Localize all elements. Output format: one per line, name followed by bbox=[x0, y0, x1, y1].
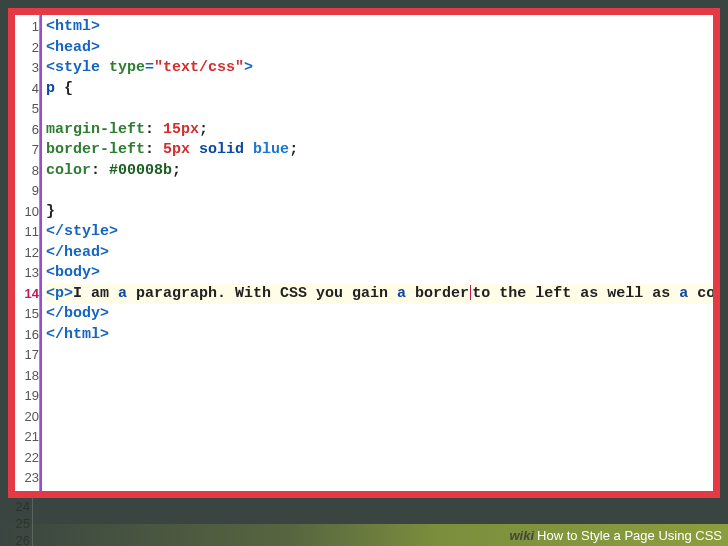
line-number: 20 bbox=[15, 407, 39, 428]
code-token: #00008b bbox=[109, 162, 172, 179]
line-number: 16 bbox=[15, 325, 39, 346]
line-number: 4 bbox=[15, 79, 39, 100]
wiki-brand: wiki bbox=[509, 528, 534, 543]
code-token: a bbox=[397, 285, 406, 302]
caption-bar: wiki How to Style a Page Using CSS bbox=[0, 524, 728, 546]
code-token: <head> bbox=[46, 39, 100, 56]
line-number: 14 bbox=[15, 284, 39, 305]
code-line[interactable] bbox=[46, 468, 713, 489]
code-token: a bbox=[118, 285, 127, 302]
code-token: <style bbox=[46, 59, 109, 76]
line-number-gutter: 1234567891011121314151617181920212223 bbox=[15, 15, 40, 491]
line-number: 17 bbox=[15, 345, 39, 366]
code-token: type bbox=[109, 59, 145, 76]
code-editor[interactable]: <html><head><style type="text/css">p { m… bbox=[40, 15, 713, 491]
code-token: a bbox=[679, 285, 688, 302]
line-number: 19 bbox=[15, 386, 39, 407]
code-token: color bbox=[46, 162, 91, 179]
line-number: 2 bbox=[15, 38, 39, 59]
code-line[interactable] bbox=[46, 99, 713, 120]
line-number: 23 bbox=[15, 468, 39, 489]
line-number: 9 bbox=[15, 181, 39, 202]
line-number: 5 bbox=[15, 99, 39, 120]
code-token: ; bbox=[172, 162, 181, 179]
code-line[interactable]: border-left: 5px solid blue; bbox=[46, 140, 713, 161]
code-token: color change. bbox=[688, 285, 713, 302]
code-line[interactable]: </body> bbox=[46, 304, 713, 325]
code-token bbox=[190, 141, 199, 158]
editor-highlight-frame: 1234567891011121314151617181920212223 <h… bbox=[8, 8, 720, 498]
code-token: : bbox=[91, 162, 109, 179]
line-number: 11 bbox=[15, 222, 39, 243]
line-number: 22 bbox=[15, 448, 39, 469]
code-token: } bbox=[46, 203, 55, 220]
line-number: 8 bbox=[15, 161, 39, 182]
code-token: <html> bbox=[46, 18, 100, 35]
code-line[interactable]: <style type="text/css"> bbox=[46, 58, 713, 79]
code-line[interactable]: </style> bbox=[46, 222, 713, 243]
code-line[interactable] bbox=[46, 407, 713, 428]
code-token: : bbox=[145, 141, 163, 158]
line-number: 6 bbox=[15, 120, 39, 141]
code-line[interactable] bbox=[46, 345, 713, 366]
line-number: 7 bbox=[15, 140, 39, 161]
code-token: to the left as well as bbox=[472, 285, 679, 302]
code-token: ; bbox=[289, 141, 298, 158]
code-token: <p> bbox=[46, 285, 73, 302]
code-line[interactable] bbox=[46, 427, 713, 448]
code-line[interactable]: margin-left: 15px; bbox=[46, 120, 713, 141]
code-token: = bbox=[145, 59, 154, 76]
code-token: p bbox=[46, 80, 55, 97]
code-line[interactable] bbox=[46, 386, 713, 407]
code-line[interactable]: </head> bbox=[46, 243, 713, 264]
code-token: border bbox=[406, 285, 469, 302]
line-number: 12 bbox=[15, 243, 39, 264]
code-token: "text/css" bbox=[154, 59, 244, 76]
code-line[interactable]: color: #00008b; bbox=[46, 161, 713, 182]
code-line[interactable]: p { bbox=[46, 79, 713, 100]
text-cursor bbox=[470, 285, 471, 300]
code-token: solid bbox=[199, 141, 244, 158]
line-number: 13 bbox=[15, 263, 39, 284]
code-line[interactable]: <head> bbox=[46, 38, 713, 59]
code-token: paragraph. With CSS you gain bbox=[127, 285, 397, 302]
code-token: </html> bbox=[46, 326, 109, 343]
code-token: </head> bbox=[46, 244, 109, 261]
code-token: blue bbox=[253, 141, 289, 158]
line-number: 24 bbox=[8, 498, 30, 515]
line-number: 1 bbox=[15, 17, 39, 38]
code-token bbox=[244, 141, 253, 158]
code-token: 15px bbox=[163, 121, 199, 138]
code-line[interactable] bbox=[46, 448, 713, 469]
code-line[interactable]: </html> bbox=[46, 325, 713, 346]
caption-text: How to Style a Page Using CSS bbox=[537, 528, 722, 543]
code-line[interactable] bbox=[46, 366, 713, 387]
code-token: I am bbox=[73, 285, 118, 302]
code-line[interactable]: } bbox=[46, 202, 713, 223]
code-token: ; bbox=[199, 121, 208, 138]
code-token: { bbox=[55, 80, 73, 97]
line-number: 21 bbox=[15, 427, 39, 448]
code-token: 5px bbox=[163, 141, 190, 158]
line-number: 15 bbox=[15, 304, 39, 325]
code-line[interactable]: <body> bbox=[46, 263, 713, 284]
code-token: </body> bbox=[46, 305, 109, 322]
line-number: 3 bbox=[15, 58, 39, 79]
line-number: 10 bbox=[15, 202, 39, 223]
code-line[interactable] bbox=[46, 181, 713, 202]
code-token: border-left bbox=[46, 141, 145, 158]
code-token: <body> bbox=[46, 264, 100, 281]
code-token: </style> bbox=[46, 223, 118, 240]
code-token: > bbox=[244, 59, 253, 76]
code-line[interactable]: <p>I am a paragraph. With CSS you gain a… bbox=[46, 284, 713, 305]
code-token: : bbox=[145, 121, 163, 138]
line-number: 18 bbox=[15, 366, 39, 387]
code-token: margin-left bbox=[46, 121, 145, 138]
code-line[interactable]: <html> bbox=[46, 17, 713, 38]
